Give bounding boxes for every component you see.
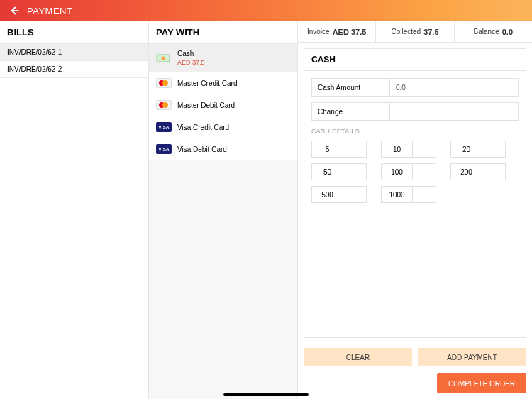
denomination-cell: 1000: [381, 186, 436, 203]
mastercard-icon: [156, 100, 172, 110]
visa-icon: VISA: [156, 122, 172, 132]
pay-method-row[interactable]: VISAVisa Credit Card: [149, 116, 297, 138]
bill-row[interactable]: INV/DRE/02/62-1: [0, 44, 148, 61]
home-indicator: [223, 393, 309, 396]
add-payment-button[interactable]: ADD PAYMENT: [418, 348, 526, 366]
complete-order-button[interactable]: COMPLETE ORDER: [437, 373, 526, 393]
denomination-button[interactable]: 50: [312, 164, 343, 180]
pay-method-row[interactable]: Master Credit Card: [149, 72, 297, 94]
change-value: [390, 103, 518, 120]
denomination-button[interactable]: 100: [382, 164, 413, 180]
denomination-count[interactable]: [343, 187, 366, 202]
change-row: Change: [311, 102, 519, 121]
bills-column: BILLS INV/DRE/02/62-1INV/DRE/02/62-2: [0, 21, 149, 399]
summary-collected-label: Collected: [391, 28, 421, 35]
denomination-button[interactable]: 500: [312, 187, 343, 202]
denomination-count[interactable]: [482, 164, 505, 180]
pay-method-row[interactable]: CashAED 37.5: [149, 44, 297, 72]
pay-method-label: Master Credit Card: [177, 80, 237, 87]
pay-method-label: Visa Debit Card: [177, 146, 227, 153]
summary-invoice-value: AED 37.5: [333, 28, 367, 36]
body: BILLS INV/DRE/02/62-1INV/DRE/02/62-2 PAY…: [0, 21, 532, 399]
cash-amount-input[interactable]: 0.0: [390, 79, 518, 96]
summary-invoice-label: Invoice: [307, 28, 330, 35]
right-column: Invoice AED 37.5 Collected 37.5 Balance …: [298, 21, 532, 399]
pay-method-label: Cash: [177, 50, 205, 58]
change-label: Change: [312, 103, 390, 120]
cash-panel-body: Cash Amount 0.0 Change CASH DETAILS 5102…: [304, 71, 526, 337]
denomination-button[interactable]: 20: [451, 141, 482, 157]
denomination-cell: 200: [450, 163, 506, 180]
denomination-cell: 10: [381, 141, 436, 158]
denomination-cell: 50: [311, 163, 367, 180]
paywith-title: PAY WITH: [149, 21, 297, 44]
mastercard-icon: [156, 78, 172, 88]
visa-icon: VISA: [156, 144, 172, 154]
denomination-cell: 20: [450, 141, 506, 158]
denomination-cell: 5: [311, 141, 367, 158]
summary-balance-label: Balance: [474, 28, 499, 35]
summary-collected-value: 37.5: [423, 28, 438, 36]
denomination-count[interactable]: [413, 164, 436, 180]
summary-collected: Collected 37.5: [376, 21, 454, 42]
denomination-count[interactable]: [343, 141, 366, 157]
cash-icon: [156, 53, 172, 63]
pay-method-row[interactable]: VISAVisa Debit Card: [149, 138, 297, 160]
page-title: PAYMENT: [27, 6, 72, 16]
denomination-count[interactable]: [413, 187, 436, 202]
back-icon[interactable]: [7, 4, 20, 17]
summary-balance-value: 0.0: [502, 28, 513, 36]
summary-invoice: Invoice AED 37.5: [298, 21, 376, 42]
screen: PAYMENT BILLS INV/DRE/02/62-1INV/DRE/02/…: [0, 0, 532, 399]
pay-method-label: Visa Credit Card: [177, 124, 229, 131]
pay-method-label: Master Debit Card: [177, 102, 235, 109]
denomination-count[interactable]: [482, 141, 505, 157]
bill-row[interactable]: INV/DRE/02/62-2: [0, 61, 148, 78]
pay-method-amount: AED 37.5: [177, 59, 205, 66]
denomination-button[interactable]: 10: [382, 141, 413, 157]
cash-panel: CASH Cash Amount 0.0 Change CASH DETAILS…: [304, 48, 526, 338]
denomination-count[interactable]: [413, 141, 436, 157]
denomination-cell: 500: [311, 186, 367, 203]
bills-title: BILLS: [0, 21, 148, 44]
denomination-button[interactable]: 5: [312, 141, 343, 157]
pay-method-row[interactable]: Master Debit Card: [149, 94, 297, 116]
denomination-cell: 100: [381, 163, 436, 180]
svg-point-2: [162, 56, 165, 60]
header-bar: PAYMENT: [0, 0, 532, 21]
summary-balance: Balance 0.0: [455, 21, 532, 42]
denomination-button[interactable]: 200: [451, 164, 482, 180]
cash-panel-title: CASH: [304, 49, 526, 71]
complete-row: COMPLETE ORDER: [298, 371, 532, 399]
cash-amount-row: Cash Amount 0.0: [311, 78, 519, 97]
cash-amount-label: Cash Amount: [312, 79, 390, 96]
denomination-count[interactable]: [343, 164, 366, 180]
cash-details-label: CASH DETAILS: [311, 128, 519, 135]
summary-bar: Invoice AED 37.5 Collected 37.5 Balance …: [298, 21, 532, 43]
action-row: CLEAR ADD PAYMENT: [298, 344, 532, 371]
paywith-column: PAY WITH CashAED 37.5Master Credit CardM…: [149, 21, 298, 399]
denominations-grid: 51020501002005001000: [311, 141, 519, 203]
denomination-button[interactable]: 1000: [382, 187, 413, 202]
clear-button[interactable]: CLEAR: [304, 348, 412, 366]
